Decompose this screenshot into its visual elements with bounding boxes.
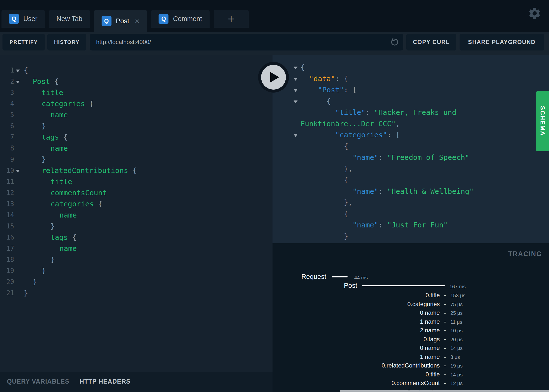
resolver-duration: 8 μs xyxy=(450,353,460,362)
code-token: "name" xyxy=(353,153,379,162)
trace-resolver-row: 0.relatedContributions-19 μs xyxy=(273,361,549,370)
line-number: 1 xyxy=(0,65,14,76)
fold-caret-icon[interactable] xyxy=(294,67,298,69)
tab-label: User xyxy=(23,15,37,23)
query-variables-tab[interactable]: QUERY VARIABLES xyxy=(7,378,69,385)
tab-label: Post xyxy=(116,17,129,25)
dash-separator: - xyxy=(444,361,446,370)
tab-user[interactable]: QUser xyxy=(1,10,45,28)
code-token: "Hacker, Freaks und xyxy=(374,108,456,117)
code-line[interactable]: 15} xyxy=(0,221,273,232)
code-token: { xyxy=(24,66,28,74)
trace-post-row: Post 167 ms xyxy=(273,281,549,290)
code-line[interactable]: 8name xyxy=(0,143,273,154)
line-number: 16 xyxy=(0,232,14,243)
code-line[interactable]: 13categories { xyxy=(0,198,273,210)
code-line[interactable]: 2Post { xyxy=(0,76,273,87)
fold-caret-icon[interactable] xyxy=(294,100,298,103)
resolver-duration: 153 μs xyxy=(450,291,465,300)
fold-caret-icon[interactable] xyxy=(16,81,20,83)
query-badge: Q xyxy=(159,14,168,24)
code-line[interactable]: 7tags { xyxy=(0,132,273,143)
fold-caret-icon[interactable] xyxy=(294,89,298,92)
code-line: Funktionäre...Der CCC", xyxy=(273,118,549,130)
code-token: "Freedom of Speech" xyxy=(387,153,469,162)
reload-icon[interactable] xyxy=(390,37,399,47)
fold-caret-icon[interactable] xyxy=(16,170,20,172)
fold-caret-icon[interactable] xyxy=(294,78,298,81)
line-number: 10 xyxy=(0,165,14,176)
code-token: Funktionäre...Der CCC" xyxy=(301,120,396,128)
code-line: { xyxy=(273,96,549,107)
code-token: name xyxy=(59,244,77,253)
resolver-label: 0.tags xyxy=(273,335,440,344)
prettify-button[interactable]: PRETTIFY xyxy=(2,34,45,50)
code-token: "data" xyxy=(309,74,335,83)
trace-post-value: 167 ms xyxy=(449,282,466,291)
resolver-label: 0.title xyxy=(273,370,440,379)
code-line[interactable]: 1{ xyxy=(0,65,273,76)
query-editor[interactable]: 1{2Post {3title4categories {5name6}7tags… xyxy=(0,55,273,372)
code-token: { xyxy=(344,210,348,218)
resolver-duration: 25 μs xyxy=(450,309,463,318)
code-line[interactable]: 9} xyxy=(0,154,273,165)
code-line[interactable]: 16tags { xyxy=(0,232,273,243)
history-button[interactable]: HISTORY xyxy=(47,34,86,50)
tracing-title: TRACING xyxy=(508,250,542,258)
resolver-label: 0.categories xyxy=(273,300,440,309)
execute-button[interactable] xyxy=(258,62,289,93)
tab-new-tab[interactable]: New Tab xyxy=(49,10,90,28)
code-line[interactable]: 5name xyxy=(0,109,273,121)
share-playground-button[interactable]: SHARE PLAYGROUND xyxy=(460,34,544,50)
code-line[interactable]: 6} xyxy=(0,121,273,132)
code-line[interactable]: 10relatedContributions { xyxy=(0,165,273,176)
close-tab-icon[interactable]: × xyxy=(135,17,140,25)
code-token: : [ xyxy=(344,86,357,94)
line-number: 12 xyxy=(0,187,14,198)
fold-caret-icon[interactable] xyxy=(294,134,298,137)
code-line[interactable]: 21} xyxy=(0,288,273,299)
dash-separator: - xyxy=(444,300,446,309)
code-token: { xyxy=(59,133,68,141)
code-line[interactable]: 4categories { xyxy=(0,98,273,109)
code-line[interactable]: 12commentsCount xyxy=(0,187,273,198)
code-token: categories xyxy=(42,99,85,108)
code-token: "Health & Wellbeing" xyxy=(387,187,474,196)
line-number: 4 xyxy=(0,98,14,109)
schema-tab[interactable]: SCHEMA xyxy=(536,91,549,151)
line-number: 21 xyxy=(0,288,14,299)
code-token: { xyxy=(128,166,137,175)
query-badge: Q xyxy=(102,16,111,26)
line-number: 6 xyxy=(0,121,14,132)
horizontal-scrollbar[interactable] xyxy=(340,390,549,392)
code-line[interactable]: 20} xyxy=(0,276,273,288)
code-token: "title" xyxy=(335,108,365,117)
new-tab-button[interactable]: + xyxy=(214,10,249,28)
dash-separator: - xyxy=(444,352,446,361)
code-line: "data": { xyxy=(273,73,549,85)
code-line[interactable]: 19} xyxy=(0,265,273,276)
settings-gear-icon[interactable] xyxy=(528,6,542,20)
resolver-label: 0.name xyxy=(273,308,440,317)
code-line[interactable]: 3title xyxy=(0,87,273,98)
http-headers-tab[interactable]: HTTP HEADERS xyxy=(80,378,131,385)
fold-caret-icon[interactable] xyxy=(16,70,20,72)
tab-post[interactable]: QPost× xyxy=(94,10,147,32)
code-line[interactable]: 18} xyxy=(0,254,273,265)
url-input[interactable]: http://localhost:4000/ xyxy=(90,34,403,50)
tab-label: Comment xyxy=(173,15,202,23)
code-token: categories xyxy=(51,200,94,208)
code-line[interactable]: 17name xyxy=(0,243,273,254)
response-viewer: {"data": {"Post": [{"title": "Hacker, Fr… xyxy=(273,55,549,243)
code-line[interactable]: 14name xyxy=(0,210,273,221)
code-token: } xyxy=(51,222,55,230)
resolver-label: 2.name xyxy=(273,326,440,335)
dash-separator: - xyxy=(444,335,446,344)
line-number: 13 xyxy=(0,198,14,210)
code-token: { xyxy=(344,176,348,184)
line-number: 5 xyxy=(0,109,14,121)
copy-curl-button[interactable]: COPY CURL xyxy=(406,34,456,50)
tab-comment[interactable]: QComment xyxy=(151,10,209,28)
code-line[interactable]: 11title xyxy=(0,176,273,187)
line-number: 15 xyxy=(0,221,14,232)
